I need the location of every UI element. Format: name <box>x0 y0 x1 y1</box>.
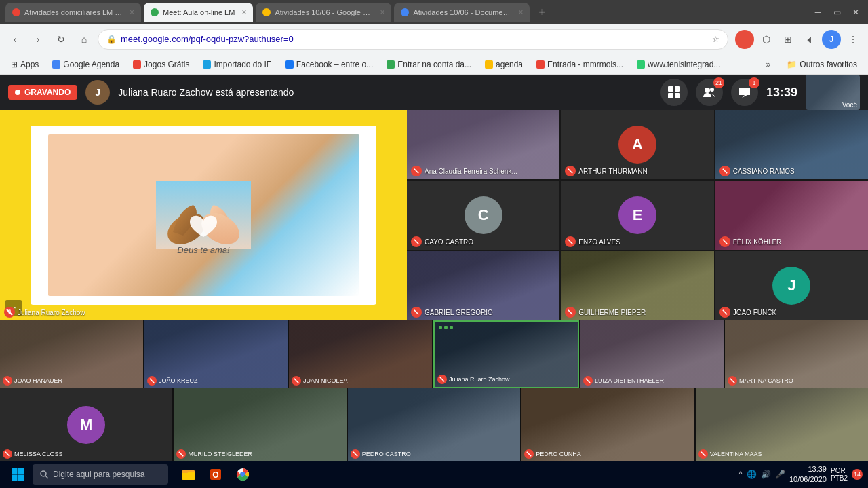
guilherme-mic-icon <box>565 307 576 318</box>
bookmark-conta[interactable]: Entrar na conta da... <box>381 58 477 71</box>
bookmark-tenis[interactable]: www.tenisintegrad... <box>631 58 726 71</box>
melissa-label: MELISSA CLOSS <box>3 449 170 459</box>
bookmark-g-agenda[interactable]: agenda <box>479 58 528 71</box>
juliana-strip-mic-icon <box>437 375 447 384</box>
arthur-label: ARTHUR THURMANN <box>565 166 709 176</box>
taskbar-office[interactable]: O <box>203 462 228 487</box>
svg-rect-32 <box>18 468 24 474</box>
tab-gmail-close[interactable]: × <box>130 7 134 17</box>
chat-button[interactable]: 1 <box>731 79 758 106</box>
clock-display: 13:39 <box>766 86 797 100</box>
bookmark-ie-label: Importado do IE <box>214 60 271 69</box>
ana-name: Ana Claudia Ferreira Schenk... <box>425 168 517 175</box>
tray-mic[interactable]: 🎤 <box>775 470 785 479</box>
gagenda-favicon <box>485 60 493 69</box>
participant-tile-felix: FÉLIX KÖHLER <box>715 181 868 250</box>
star-icon[interactable]: ☆ <box>712 35 719 44</box>
folder-icon: 📁 <box>787 60 797 69</box>
close-button[interactable]: ✕ <box>849 5 863 19</box>
bottom-tile-pedro-cunha: PEDRO CUNHA <box>521 388 694 461</box>
tray-speaker[interactable]: 🔊 <box>761 470 771 479</box>
recording-label: GRAVANDO <box>24 88 71 97</box>
svg-rect-38 <box>182 472 195 480</box>
start-button[interactable] <box>5 462 30 487</box>
joao-k-name: JOÃO KREUZ <box>159 377 198 384</box>
home-button[interactable]: ⌂ <box>75 30 94 49</box>
bookmark-jogos[interactable]: Jogos Grátis <box>127 58 195 71</box>
svg-line-29 <box>527 452 531 456</box>
svg-line-26 <box>5 452 9 456</box>
enzo-avatar: E <box>618 196 656 234</box>
history-btn[interactable]: ⏴ <box>800 30 819 49</box>
new-tab-button[interactable]: + <box>532 3 551 22</box>
bookmark-facebook[interactable]: Facebook – entre o... <box>280 58 378 71</box>
back-button[interactable]: ‹ <box>5 30 24 49</box>
refresh-button[interactable]: ↻ <box>52 30 71 49</box>
tray-lang[interactable]: PORPTB2 <box>831 467 848 482</box>
svg-line-16 <box>722 240 726 244</box>
forward-button[interactable]: › <box>28 30 47 49</box>
pedro-c-mic-icon <box>351 449 360 459</box>
tab-meet-close[interactable]: × <box>241 7 246 17</box>
bookmark-agenda-label: Google Agenda <box>63 60 119 69</box>
menu-btn[interactable]: ⋮ <box>844 30 863 49</box>
bookmark-folder[interactable]: 📁 Outros favoritos <box>781 58 863 71</box>
recorder-btn[interactable] <box>735 30 754 49</box>
tab-gmail[interactable]: Atividades domiciliares LM 10/0... × <box>5 3 141 22</box>
tenis-favicon <box>637 60 645 69</box>
rec-dot <box>15 90 20 95</box>
gabriel-mic-icon <box>411 307 422 318</box>
toolbar-actions: ⬡ ⊞ ⏴ J ⋮ <box>735 30 863 49</box>
tab-docs[interactable]: Atividades 10/06 - Documentos ... × <box>394 3 530 22</box>
participants-button[interactable]: 21 <box>696 79 723 106</box>
gabriel-label: GABRIEL GREGORIO <box>411 307 555 318</box>
cayo-avatar: C <box>465 196 502 234</box>
bookmark-btn[interactable]: ⊞ <box>778 30 797 49</box>
maximize-button[interactable]: ▭ <box>830 5 844 19</box>
svg-rect-33 <box>12 475 18 481</box>
address-bar[interactable]: 🔒 meet.google.com/pqf-oqdu-pzw?authuser=… <box>98 29 728 50</box>
minimize-button[interactable]: ─ <box>811 5 825 19</box>
bookmark-conta-label: Entrar na conta da... <box>397 60 471 69</box>
martina-mic-icon <box>728 376 737 386</box>
bookmark-entrada[interactable]: Entrada - mmrmois... <box>531 58 629 71</box>
felix-label: FÉLIX KÖHLER <box>719 236 864 247</box>
juliana-dot-indicator <box>439 326 453 329</box>
svg-line-19 <box>722 310 726 314</box>
murilo-label: MURILO STEIGLEDER <box>176 449 343 459</box>
bookmark-agenda[interactable]: Google Agenda <box>47 58 125 71</box>
joao-k-mic-icon <box>147 376 157 386</box>
tab-meet[interactable]: Meet: Aula on-line LM × <box>144 3 253 22</box>
tray-network[interactable]: 🌐 <box>747 470 757 479</box>
bookmark-ie[interactable]: Importado do IE <box>197 58 277 71</box>
svg-rect-3 <box>675 93 680 98</box>
taskbar-search[interactable]: Digite aqui para pesquisa <box>33 464 168 485</box>
svg-line-14 <box>414 240 418 244</box>
extensions-btn[interactable]: ⬡ <box>757 30 776 49</box>
participant-bottom: M MELISSA CLOSS <box>0 388 868 461</box>
taskbar-chrome[interactable] <box>231 462 255 487</box>
chat-icon <box>738 86 751 99</box>
felix-mic-icon <box>719 236 730 247</box>
presenter-name-label: Juliana Ruaro Zachow <box>18 309 85 316</box>
search-icon <box>39 470 49 479</box>
strip-tile-joao-kreuz: JOÃO KREUZ <box>144 320 288 388</box>
murilo-mic-icon <box>176 449 186 459</box>
cayo-mic-icon <box>411 236 422 247</box>
svg-point-5 <box>710 88 714 92</box>
strip-tile-luiza: LUIZA DIEFENTHAELER <box>580 320 724 388</box>
tray-chevron[interactable]: ^ <box>738 470 743 479</box>
profile-avatar[interactable]: J <box>822 30 841 49</box>
svg-line-24 <box>586 379 590 383</box>
bookmark-apps[interactable]: ⊞ Apps <box>5 58 44 71</box>
luiza-name: LUIZA DIEFENTHAELER <box>595 377 664 384</box>
tab-drive[interactable]: Atividades 10/06 - Google Drive × <box>256 3 391 22</box>
svg-rect-31 <box>12 468 18 474</box>
tab-docs-close[interactable]: × <box>518 7 523 17</box>
grid-view-button[interactable] <box>660 79 688 106</box>
tab-drive-close[interactable]: × <box>380 7 384 17</box>
strip-tile-juan: JUAN NICOLEA <box>289 320 432 388</box>
taskbar-explorer[interactable] <box>176 462 201 487</box>
tray-notification-badge[interactable]: 14 <box>852 469 863 480</box>
bookmark-more[interactable]: » <box>761 58 776 71</box>
